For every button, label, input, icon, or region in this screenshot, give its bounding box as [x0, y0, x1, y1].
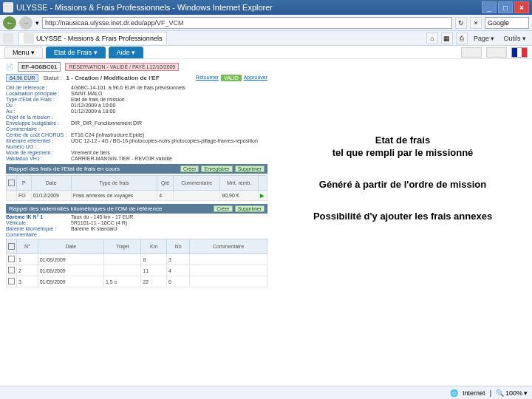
enregistrer-button-1[interactable]: Enregistrer	[201, 166, 232, 172]
table-row[interactable]: 3 01/09/2009 1,5 c 22 6	[7, 276, 267, 287]
statut-label: Statut :	[43, 75, 61, 81]
col-date: Date	[31, 176, 71, 191]
v-du: 01/12/2009 à 10:00	[71, 103, 115, 108]
valid-button[interactable]: VALID	[221, 75, 242, 81]
address-bar[interactable]: http://nausicaa.ulysse.inet.dr.edu/app/V…	[42, 17, 452, 29]
k-obj: Objet de la mission :	[6, 115, 71, 120]
k-mode: Mode de règlement :	[6, 150, 71, 155]
tools-menu[interactable]: Outils ▾	[500, 35, 529, 42]
app-content: Menu ▾ Etat de Frais ▾ Aide ▾ 📄 EF-4G6BC…	[0, 46, 532, 399]
minimize-button[interactable]: _	[482, 1, 497, 13]
refresh-icon[interactable]: ↻	[455, 17, 467, 29]
row-expand-icon[interactable]: ▶	[260, 193, 264, 198]
approuver-button[interactable]: Approuver	[244, 75, 267, 81]
back-button[interactable]: ←	[3, 16, 16, 30]
window-title: ULYSSE - Missions & Frais Professionnels…	[16, 3, 273, 12]
search-input[interactable]: Google	[485, 17, 529, 29]
v-au: 01/12/2009 à 18:00	[71, 109, 115, 114]
section-ik-header: Rappel des indemnités kilométriques de l…	[6, 204, 267, 214]
col-p: P	[17, 176, 32, 191]
statut-value: 1 - Création / Modification de l'EF	[66, 75, 160, 81]
menu-tab-menu[interactable]: Menu ▾	[4, 47, 43, 58]
col2-date: Date	[38, 239, 103, 254]
bareme-v: Taux du - 145 km - 17 EUR	[71, 214, 133, 219]
app-logo-icon	[461, 47, 482, 58]
reservation-badge: RÉSERVATION - VALIDÉ / PAYÉ L12/10/2009	[65, 63, 179, 71]
nav-dropdown-icon[interactable]: ▾	[35, 19, 39, 27]
k-env: Enveloppe budgétaire :	[6, 120, 71, 126]
creer-button-1[interactable]: Créer	[180, 166, 200, 172]
row-checkbox[interactable]	[8, 278, 15, 284]
logo-area	[461, 47, 528, 58]
table-row[interactable]: FO 01/12/2009 Frais annexes de voyages 4…	[7, 191, 267, 201]
menu-tab-etat[interactable]: Etat de Frais ▾	[46, 47, 106, 58]
stop-icon[interactable]: ×	[470, 17, 482, 29]
veh-k: Véhicule :	[6, 220, 71, 225]
col-qte: Qté	[157, 176, 174, 191]
k-cc: Centre de coût CHORUS :	[6, 132, 71, 137]
com2-k: Commentaire :	[6, 232, 71, 237]
annotation-2: Généré à partir de l'ordre de mission	[281, 179, 525, 191]
amount-badge: 84,96 EUR	[6, 74, 38, 82]
veh-v: 5R1101-11 - 10CC (4 R)	[71, 220, 127, 225]
maximize-button[interactable]: □	[498, 1, 513, 13]
page-menu[interactable]: Page ▾	[471, 35, 498, 42]
cell-date: 01/12/2009	[31, 191, 71, 201]
annotation-3: Possibilité d'y ajouter les frais annexe…	[281, 211, 525, 223]
frais-table: P Date Type de frais Qté Commentaire Mnt…	[6, 175, 267, 201]
checkbox-all-2[interactable]	[8, 243, 15, 250]
feed-icon[interactable]: ▦	[441, 33, 453, 44]
checkbox-all-1[interactable]	[8, 180, 15, 186]
section-ik-title: Rappel des indemnités kilométriques de l…	[9, 205, 162, 212]
supprimer-button-2[interactable]: Supprimer	[235, 205, 265, 212]
forward-button[interactable]: →	[19, 16, 33, 30]
k-omref: OM de référence :	[6, 85, 71, 90]
k-com: Commentaire :	[6, 126, 71, 132]
browser-tab-row: ULYSSE - Missions & Frais Professionnels…	[0, 31, 532, 46]
v-cc: ET16.C24 (Infrastructure.Epide)	[71, 132, 144, 137]
cell-type: Frais annexes de voyages	[71, 191, 157, 201]
v-val: CARRIER-MANGIN-TIER - REVOIR validité	[71, 156, 172, 161]
bar-v: Barème IK standard	[71, 226, 117, 231]
print-icon[interactable]: ⎙	[456, 33, 468, 44]
col2-km: Km	[141, 239, 167, 254]
supprimer-button-1[interactable]: Supprimer	[235, 166, 265, 172]
close-button[interactable]: ×	[514, 1, 529, 13]
cell-qte: 4	[157, 191, 174, 201]
col2-nb: Nb	[167, 239, 190, 254]
tab-favicon	[24, 33, 34, 44]
tab-label: ULYSSE - Missions & Frais Professionnels	[36, 35, 162, 42]
ik-table: N° Date Trajet Km Nb Commentaire 1 01/08…	[6, 239, 267, 287]
doc-icon: 📄	[6, 64, 13, 70]
v-env: DIR_DIR_Fonctionnement DIR	[71, 120, 142, 126]
table-row[interactable]: 2 01/08/2009 11 4	[7, 265, 267, 276]
col-com: Commentaire	[174, 176, 220, 191]
bareme-k: Barème IK N° 1	[6, 214, 71, 219]
v-mode: Virement de tiers	[71, 150, 110, 155]
france-flag-icon	[511, 47, 528, 58]
v-loc: SAINT-MALO	[71, 91, 102, 96]
creer-button-2[interactable]: Créer	[214, 205, 233, 212]
annotation-1: Etat de frais tel que rempli par le miss…	[281, 134, 525, 160]
bar-k: Barème kilométrique :	[6, 226, 71, 231]
row-checkbox[interactable]	[8, 267, 15, 273]
browser-tab[interactable]: ULYSSE - Missions & Frais Professionnels	[18, 32, 167, 44]
app-menu: Menu ▾ Etat de Frais ▾ Aide ▾	[0, 46, 532, 59]
table-row[interactable]: 1 01/08/2009 8 3	[7, 254, 267, 265]
cell-mnt: 90,90 €	[220, 191, 259, 201]
status-bar: 🌐 Internet | 🔍 100% ▾	[0, 386, 532, 399]
retourner-button[interactable]: Retourner	[196, 75, 219, 81]
v-itin: UGC 12-12 - 4G / BG-16 photocopies-noirs…	[71, 138, 258, 143]
row-checkbox[interactable]	[8, 256, 15, 262]
menu-tab-aide[interactable]: Aide ▾	[109, 47, 144, 58]
sponsor-logo-icon	[486, 47, 507, 58]
home-icon[interactable]: ⌂	[426, 33, 438, 44]
k-au: Au :	[6, 109, 71, 114]
zoom-control[interactable]: 🔍 100% ▾	[496, 389, 528, 397]
annotations-overlay: Etat de frais tel que rempli par le miss…	[281, 134, 525, 242]
favorites-icon[interactable]	[3, 33, 13, 44]
internet-zone-icon: 🌐	[450, 389, 458, 397]
col2-n: N°	[17, 239, 38, 254]
col2-com: Commentaire	[190, 239, 267, 254]
section-frais-header: Rappel des frais de l'Etat de frais en c…	[6, 164, 267, 174]
